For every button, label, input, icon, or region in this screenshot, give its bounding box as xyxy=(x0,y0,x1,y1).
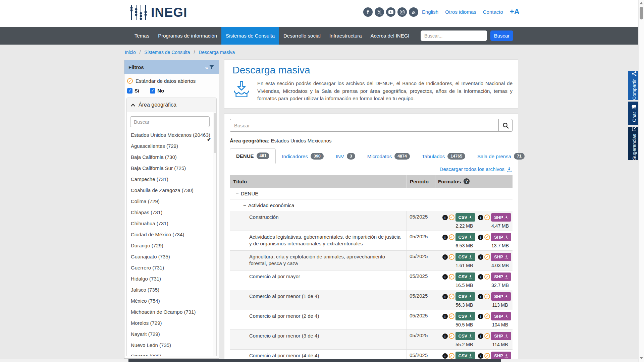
state-item[interactable]: Jalisco (735) xyxy=(127,285,216,296)
csv-download-button[interactable]: CSV xyxy=(455,253,476,261)
state-item[interactable]: Durango (729) xyxy=(127,240,216,251)
info-icon[interactable] xyxy=(442,334,448,339)
instagram-icon[interactable] xyxy=(397,7,407,17)
info-icon[interactable] xyxy=(442,235,448,240)
nav-item[interactable]: Sistemas de Consulta xyxy=(221,27,279,45)
yes-checkbox-group[interactable]: Sí xyxy=(127,88,139,94)
nav-search-input[interactable] xyxy=(421,31,487,41)
geo-section-toggle[interactable]: Área geográfica xyxy=(126,98,217,112)
x-icon[interactable] xyxy=(375,7,384,17)
breadcrumb-home[interactable]: Inicio xyxy=(125,50,136,55)
state-item[interactable]: Oaxaca (885) xyxy=(127,351,216,356)
nav-item[interactable]: Temas xyxy=(130,27,154,45)
formats-help-icon[interactable] xyxy=(464,178,470,184)
state-item[interactable]: Aguascalientes (729) xyxy=(127,141,216,152)
contact-link[interactable]: Contacto xyxy=(483,9,503,15)
yes-checkbox[interactable] xyxy=(127,88,132,94)
shp-download-button[interactable]: SHP xyxy=(491,312,511,320)
info-icon[interactable] xyxy=(478,334,483,339)
info-icon[interactable] xyxy=(442,254,448,260)
dataset-tab[interactable]: Sala de prensa 71 xyxy=(471,149,531,164)
csv-download-button[interactable]: CSV xyxy=(455,292,476,301)
state-item[interactable]: México (754) xyxy=(127,296,216,307)
info-icon[interactable] xyxy=(442,314,448,319)
state-item[interactable]: Nayarit (729) xyxy=(127,329,216,340)
results-search-input[interactable] xyxy=(230,119,498,132)
scroll-up-arrow[interactable] xyxy=(640,2,643,4)
nav-item[interactable]: Desarrollo social xyxy=(279,27,325,45)
state-item[interactable]: Chihuahua (731) xyxy=(127,218,216,229)
state-item[interactable]: Nuevo León (735) xyxy=(127,340,216,351)
shp-download-button[interactable]: SHP xyxy=(491,273,511,281)
csv-download-button[interactable]: CSV xyxy=(455,233,476,241)
state-item[interactable]: Colima (729) xyxy=(127,196,216,207)
state-item[interactable]: Morelos (729) xyxy=(127,318,216,329)
download-all-link[interactable]: Descargar todos los archivos xyxy=(440,166,512,172)
nav-item[interactable]: Programas de información xyxy=(154,27,221,45)
csv-download-button[interactable]: CSV xyxy=(455,332,476,340)
info-icon[interactable] xyxy=(478,254,483,260)
scroll-down-arrow[interactable] xyxy=(640,357,643,359)
state-item[interactable]: Coahuila de Zaragoza (730) xyxy=(127,185,216,196)
collapse-filters-button[interactable]: « xyxy=(205,64,215,70)
info-icon[interactable] xyxy=(478,314,483,319)
dataset-tab[interactable]: INV 3 xyxy=(330,149,361,164)
info-icon[interactable] xyxy=(478,274,483,280)
breadcrumb-current[interactable]: Descarga masiva xyxy=(199,50,235,55)
shp-download-button[interactable]: SHP xyxy=(491,253,511,261)
horizontal-scroll-thumb[interactable] xyxy=(128,359,501,362)
breadcrumb-sistemas[interactable]: Sistemas de Consulta xyxy=(144,50,190,55)
info-icon[interactable] xyxy=(442,215,448,220)
search-icon xyxy=(502,122,509,129)
geo-scroll-thumb[interactable] xyxy=(214,113,216,153)
youtube-icon[interactable] xyxy=(386,7,395,17)
nav-item[interactable]: Acerca del INEGI xyxy=(366,27,414,45)
state-item[interactable]: Estados Unidos Mexicanos (20463) xyxy=(127,130,216,141)
info-icon[interactable] xyxy=(478,215,483,220)
group-row-denue[interactable]: DENUE xyxy=(230,188,513,199)
no-checkbox[interactable] xyxy=(150,88,155,94)
state-item[interactable]: Guerrero (731) xyxy=(127,262,216,274)
info-icon[interactable] xyxy=(478,353,483,359)
state-item[interactable]: Chiapas (731) xyxy=(127,207,216,218)
dataset-tab[interactable]: Microdatos 4874 xyxy=(361,149,416,164)
info-icon[interactable] xyxy=(442,353,448,359)
nav-item[interactable]: Infraestructura xyxy=(325,27,366,45)
state-item[interactable]: Michoacán de Ocampo (731) xyxy=(127,307,216,318)
state-item[interactable]: Ciudad de México (734) xyxy=(127,229,216,240)
state-item[interactable]: Campeche (731) xyxy=(127,174,216,185)
other-languages-link[interactable]: Otros idiomas xyxy=(445,9,476,15)
info-icon[interactable] xyxy=(478,294,483,299)
dataset-tab[interactable]: Tabulados 14765 xyxy=(416,149,471,164)
group-row-actividad[interactable]: Actividad económica xyxy=(230,199,513,211)
vertical-scroll-thumb[interactable] xyxy=(640,7,643,19)
state-item[interactable]: Baja California Sur (725) xyxy=(127,163,216,174)
state-item[interactable]: Baja California (730) xyxy=(127,152,216,163)
font-size-control[interactable]: +A xyxy=(510,8,520,15)
info-icon[interactable] xyxy=(442,274,448,280)
info-icon[interactable] xyxy=(442,294,448,299)
dataset-tab[interactable]: DENUE 461 xyxy=(230,148,276,164)
shp-download-button[interactable]: SHP xyxy=(491,292,511,301)
rss-icon[interactable] xyxy=(409,7,418,17)
vertical-scrollbar[interactable] xyxy=(638,0,644,362)
shp-download-button[interactable]: SHP xyxy=(491,332,511,340)
facebook-icon[interactable] xyxy=(363,7,373,17)
shp-download-button[interactable]: SHP xyxy=(491,233,511,241)
horizontal-scrollbar[interactable] xyxy=(0,359,638,362)
nav-search-button[interactable]: Buscar xyxy=(490,31,513,41)
shp-download-button[interactable]: SHP xyxy=(491,213,511,222)
geo-list-scrollbar[interactable] xyxy=(213,112,216,356)
dataset-tab[interactable]: Indicadores 390 xyxy=(276,149,329,164)
results-search-button[interactable] xyxy=(498,119,513,132)
no-checkbox-group[interactable]: No xyxy=(150,88,164,94)
geo-search-input[interactable] xyxy=(130,116,210,127)
state-item[interactable]: Hidalgo (731) xyxy=(127,274,216,285)
csv-download-button[interactable]: CSV xyxy=(455,312,476,320)
inegi-logo[interactable]: INEGI xyxy=(130,5,187,20)
info-icon[interactable] xyxy=(478,235,483,240)
state-item[interactable]: Guanajuato (735) xyxy=(127,251,216,262)
csv-download-button[interactable]: CSV xyxy=(455,273,476,281)
csv-download-button[interactable]: CSV xyxy=(455,213,476,222)
english-link[interactable]: English xyxy=(422,9,438,15)
